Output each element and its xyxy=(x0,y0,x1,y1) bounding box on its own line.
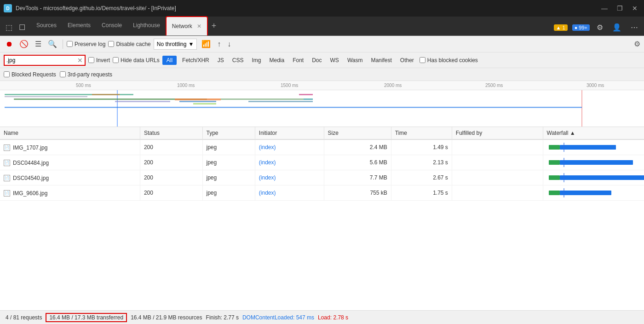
search-input[interactable] xyxy=(6,57,75,64)
filter-fetch-xhr-button[interactable]: Fetch/XHR xyxy=(179,56,212,64)
settings-gear-icon[interactable]: ⚙ xyxy=(594,22,605,33)
table-row: 📄DSC04484.jpg200jpeg(index)5.6 MB2.13 s xyxy=(0,155,644,170)
col-initiator[interactable]: Initiator xyxy=(255,127,324,139)
warning-badge[interactable]: ▲ 1 xyxy=(554,24,568,31)
svg-rect-6 xyxy=(92,94,120,95)
filter-img-button[interactable]: Img xyxy=(249,56,264,64)
wifi-icon[interactable]: 📶 xyxy=(200,39,213,49)
clear-button[interactable]: 🚫 xyxy=(17,39,30,49)
initiator-cell[interactable]: (index) xyxy=(255,155,324,170)
record-button[interactable]: ⏺ xyxy=(4,39,15,49)
col-fulfilled-by[interactable]: Fulfilled by xyxy=(452,127,543,139)
col-status[interactable]: Status xyxy=(140,127,202,139)
preserve-log-checkbox[interactable] xyxy=(67,41,73,47)
svg-rect-11 xyxy=(248,101,313,102)
initiator-cell[interactable]: (index) xyxy=(255,139,324,155)
has-blocked-cookies-label[interactable]: Has blocked cookies xyxy=(420,57,478,64)
info-badge[interactable]: ● 99+ xyxy=(572,24,590,31)
throttle-dropdown-icon: ▼ xyxy=(188,41,194,47)
close-button[interactable]: ✕ xyxy=(629,4,640,13)
third-party-requests-checkbox[interactable] xyxy=(60,71,66,77)
time-cell: 2.67 s xyxy=(391,170,452,185)
filter-icon[interactable]: ☰ xyxy=(33,39,43,49)
filter-wasm-button[interactable]: Wasm xyxy=(345,56,366,64)
filter-media-button[interactable]: Media xyxy=(266,56,287,64)
tab-sources[interactable]: Sources xyxy=(31,16,62,35)
file-type-icon: 📄 xyxy=(4,175,10,181)
search-box: ✕ xyxy=(4,55,86,66)
finish-time: Finish: 2.77 s xyxy=(206,314,239,321)
tab-console[interactable]: Console xyxy=(96,16,127,35)
file-type-icon: 📄 xyxy=(4,160,10,166)
filter-css-button[interactable]: CSS xyxy=(230,56,247,64)
col-time[interactable]: Time xyxy=(391,127,452,139)
svg-rect-7 xyxy=(175,98,221,100)
tick-2500: 2500 ms xyxy=(485,83,503,88)
filter-manifest-button[interactable]: Manifest xyxy=(368,56,394,64)
download-icon[interactable]: ↓ xyxy=(225,39,233,49)
type-cell: jpeg xyxy=(202,139,255,155)
upload-icon[interactable]: ↑ xyxy=(215,39,223,49)
blocked-requests-label[interactable]: Blocked Requests xyxy=(4,71,56,78)
device-icon[interactable]: ☐ xyxy=(17,22,27,33)
tab-bar: ⬚ ☐ Sources Elements Console Lighthouse … xyxy=(0,17,644,36)
hide-data-urls-label[interactable]: Hide data URLs xyxy=(113,57,160,64)
tab-lighthouse[interactable]: Lighthouse xyxy=(127,16,166,35)
file-name-cell: 📄DSC04540.jpg xyxy=(4,175,49,181)
tab-close-icon[interactable]: ✕ xyxy=(197,23,201,29)
filter-ws-button[interactable]: WS xyxy=(328,56,342,64)
waterfall-cell xyxy=(543,170,644,185)
clear-search-icon[interactable]: ✕ xyxy=(77,57,83,64)
status-cell: 200 xyxy=(140,170,202,185)
type-cell: jpeg xyxy=(202,155,255,170)
devtools-settings-icon[interactable]: ⚙ xyxy=(634,40,640,48)
type-cell: jpeg xyxy=(202,185,255,201)
third-party-requests-label[interactable]: 3rd-party requests xyxy=(60,71,112,78)
throttle-select[interactable]: No throttling ▼ xyxy=(154,39,197,50)
tab-elements[interactable]: Elements xyxy=(62,16,96,35)
cast-icon[interactable]: ⬚ xyxy=(4,22,14,33)
tick-1000: 1000 ms xyxy=(177,83,195,88)
svg-rect-9 xyxy=(193,103,216,104)
transferred-size: 16.4 MB / 17.3 MB transferred xyxy=(46,313,127,322)
filter-font-button[interactable]: Font xyxy=(290,56,306,64)
wf-blue-bar xyxy=(560,145,616,150)
resources-size: 16.4 MB / 21.9 MB resources xyxy=(131,314,202,321)
filter-all-button[interactable]: All xyxy=(162,56,177,65)
wf-vertical-line xyxy=(564,143,564,152)
minimize-button[interactable]: — xyxy=(598,4,610,13)
fulfilled-by-cell xyxy=(452,155,543,170)
network-table: Name Status Type Initiator Size Time Ful… xyxy=(0,127,644,201)
filter-doc-button[interactable]: Doc xyxy=(309,56,324,64)
col-type[interactable]: Type xyxy=(202,127,255,139)
timeline[interactable]: 500 ms 1000 ms 1500 ms 2000 ms 2500 ms 3… xyxy=(0,81,644,127)
initiator-cell[interactable]: (index) xyxy=(255,170,324,185)
hide-data-urls-checkbox[interactable] xyxy=(113,57,119,63)
invert-checkbox[interactable] xyxy=(88,57,94,63)
col-waterfall[interactable]: Waterfall ▲ xyxy=(543,127,644,139)
initiator-cell[interactable]: (index) xyxy=(255,185,324,201)
invert-label[interactable]: Invert xyxy=(88,57,110,64)
col-size[interactable]: Size xyxy=(324,127,391,139)
tab-add-button[interactable]: + xyxy=(208,19,220,33)
blocked-requests-checkbox[interactable] xyxy=(4,71,10,77)
filter-js-button[interactable]: JS xyxy=(215,56,227,64)
disable-cache-label[interactable]: Disable cache xyxy=(108,41,150,47)
user-icon[interactable]: 👤 xyxy=(610,22,624,33)
tab-network[interactable]: Network ✕ xyxy=(166,16,208,35)
has-blocked-cookies-checkbox[interactable] xyxy=(420,57,426,63)
filter-other-button[interactable]: Other xyxy=(397,56,417,64)
maximize-button[interactable]: ❐ xyxy=(614,4,626,13)
more-options-icon[interactable]: ⋯ xyxy=(628,22,640,33)
search-icon[interactable]: 🔍 xyxy=(46,39,59,49)
preserve-log-label[interactable]: Preserve log xyxy=(67,41,105,47)
window-controls: — ❐ ✕ xyxy=(598,4,640,13)
disable-cache-checkbox[interactable] xyxy=(108,41,114,47)
col-name[interactable]: Name xyxy=(0,127,140,139)
svg-rect-3 xyxy=(5,96,87,97)
fulfilled-by-cell xyxy=(452,170,543,185)
tab-network-label: Network xyxy=(172,23,192,29)
tab-bar-right: ▲ 1 ● 99+ ⚙ 👤 ⋯ xyxy=(554,22,640,35)
file-name-cell: 📄IMG_9606.jpg xyxy=(4,190,47,197)
file-name-cell: 📄DSC04484.jpg xyxy=(4,160,49,166)
